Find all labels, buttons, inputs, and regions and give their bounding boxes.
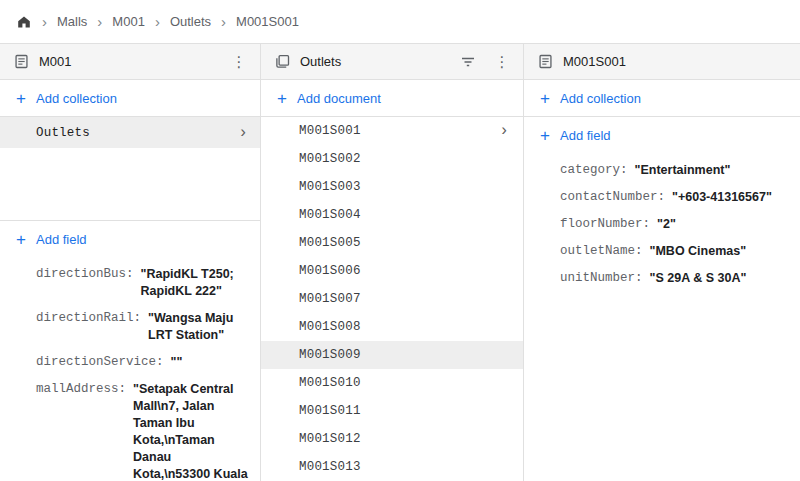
field-directionRail[interactable]: directionRail: "Wangsa Maju LRT Station"	[36, 310, 250, 344]
add-document-label: Add document	[297, 91, 381, 106]
document-item[interactable]: M001S007	[261, 285, 523, 313]
plus-icon: +	[16, 90, 36, 107]
field-key: category:	[560, 162, 628, 179]
more-options-icon[interactable]: ⋮	[491, 53, 513, 71]
collection-panel-outlets: Outlets ⋮ + Add document M001S001 › M001…	[261, 44, 524, 481]
field-list: category: "Entertainment" contactNumber:…	[524, 154, 800, 297]
document-id: M001S011	[299, 404, 509, 418]
document-item[interactable]: M001S004	[261, 201, 523, 229]
breadcrumb-item-outlets[interactable]: Outlets	[170, 14, 211, 29]
fields-section: + Add field directionBus: "RapidKL T250;…	[0, 220, 260, 481]
document-list: M001S001 › M001S002 M001S003 M001S004 M0…	[261, 117, 523, 481]
document-id: M001S012	[299, 432, 509, 446]
plus-icon: +	[16, 231, 36, 248]
field-key: directionRail:	[36, 310, 141, 344]
document-item[interactable]: M001S012	[261, 425, 523, 453]
field-value: "Entertainment"	[635, 162, 731, 179]
panel-header: Outlets ⋮	[261, 44, 523, 80]
document-item[interactable]: M001S010	[261, 369, 523, 397]
field-floorNumber[interactable]: floorNumber: "2"	[560, 216, 790, 233]
field-value: "MBO Cinemas"	[650, 243, 747, 260]
add-field-label: Add field	[36, 232, 87, 247]
chevron-right-icon: ›	[238, 125, 248, 141]
panel-title: Outlets	[300, 54, 445, 69]
document-id: M001S005	[299, 236, 509, 250]
add-field-button[interactable]: + Add field	[524, 117, 800, 154]
plus-icon: +	[540, 90, 560, 107]
document-icon	[538, 54, 553, 69]
breadcrumb-separator: ›	[220, 14, 227, 29]
field-key: outletName:	[560, 243, 643, 260]
collection-name: Outlets	[36, 126, 238, 140]
document-id: M001S009	[299, 348, 509, 362]
field-value: "2"	[657, 216, 676, 233]
field-list: directionBus: "RapidKL T250; RapidKL 222…	[0, 258, 260, 481]
breadcrumb-item-malls[interactable]: Malls	[57, 14, 87, 29]
field-value: "Wangsa Maju LRT Station"	[148, 310, 250, 344]
field-directionBus[interactable]: directionBus: "RapidKL T250; RapidKL 222…	[36, 266, 250, 300]
breadcrumb-separator: ›	[96, 14, 103, 29]
add-collection-button[interactable]: + Add collection	[524, 80, 800, 117]
more-options-icon[interactable]: ⋮	[228, 53, 250, 71]
breadcrumb-separator: ›	[154, 14, 161, 29]
document-id: M001S010	[299, 376, 509, 390]
field-outletName[interactable]: outletName: "MBO Cinemas"	[560, 243, 790, 260]
add-field-button[interactable]: + Add field	[0, 221, 260, 258]
add-document-button[interactable]: + Add document	[261, 80, 523, 117]
field-category[interactable]: category: "Entertainment"	[560, 162, 790, 179]
document-icon	[14, 54, 29, 69]
home-icon[interactable]	[16, 14, 32, 30]
document-item[interactable]: M001S013	[261, 453, 523, 481]
breadcrumb-item-m001[interactable]: M001	[112, 14, 145, 29]
fields-section: + Add field category: "Entertainment" co…	[524, 117, 800, 481]
field-unitNumber[interactable]: unitNumber: "S 29A & S 30A"	[560, 270, 790, 287]
document-id: M001S007	[299, 292, 509, 306]
document-item[interactable]: M001S002	[261, 145, 523, 173]
panel-title: M001S001	[563, 54, 790, 69]
document-item[interactable]: M001S011	[261, 397, 523, 425]
field-key: contactNumber:	[560, 189, 665, 206]
field-key: mallAddress:	[36, 381, 126, 481]
field-value: "+603-41316567"	[672, 189, 772, 206]
add-collection-label: Add collection	[560, 91, 641, 106]
chevron-right-icon: ›	[499, 123, 509, 139]
field-key: unitNumber:	[560, 270, 643, 287]
document-item[interactable]: M001S006	[261, 257, 523, 285]
plus-icon: +	[277, 90, 297, 107]
field-key: directionService:	[36, 354, 164, 371]
document-item[interactable]: M001S008	[261, 313, 523, 341]
add-collection-label: Add collection	[36, 91, 117, 106]
collection-item-outlets[interactable]: Outlets ›	[0, 117, 260, 148]
field-value: "Setapak Central Mall\n7, Jalan Taman Ib…	[133, 381, 250, 481]
document-id: M001S002	[299, 152, 509, 166]
document-id: M001S006	[299, 264, 509, 278]
panel-header: M001S001	[524, 44, 800, 80]
document-item[interactable]: M001S005	[261, 229, 523, 257]
add-collection-button[interactable]: + Add collection	[0, 80, 260, 117]
collection-icon	[275, 54, 290, 69]
field-key: floorNumber:	[560, 216, 650, 233]
field-key: directionBus:	[36, 266, 134, 300]
document-id: M001S013	[299, 460, 509, 474]
document-id: M001S008	[299, 320, 509, 334]
document-id: M001S001	[299, 124, 499, 138]
document-panel-m001: M001 ⋮ + Add collection Outlets › + Add …	[0, 44, 261, 481]
field-mallAddress[interactable]: mallAddress: "Setapak Central Mall\n7, J…	[36, 381, 250, 481]
panel-header: M001 ⋮	[0, 44, 260, 80]
collection-list: Outlets ›	[0, 117, 260, 220]
document-item[interactable]: M001S001 ›	[261, 117, 523, 145]
document-id: M001S004	[299, 208, 509, 222]
document-id: M001S003	[299, 180, 509, 194]
document-item[interactable]: M001S009	[261, 341, 523, 369]
field-directionService[interactable]: directionService: ""	[36, 354, 250, 371]
breadcrumb-item-current: M001S001	[236, 14, 299, 29]
filter-icon[interactable]	[455, 54, 481, 70]
add-field-label: Add field	[560, 128, 611, 143]
document-panel-m001s001: M001S001 + Add collection + Add field ca…	[524, 44, 800, 481]
breadcrumb: › Malls › M001 › Outlets › M001S001	[0, 0, 800, 44]
panel-title: M001	[39, 54, 218, 69]
field-contactNumber[interactable]: contactNumber: "+603-41316567"	[560, 189, 790, 206]
field-value: "RapidKL T250; RapidKL 222"	[141, 266, 250, 300]
plus-icon: +	[540, 127, 560, 144]
document-item[interactable]: M001S003	[261, 173, 523, 201]
